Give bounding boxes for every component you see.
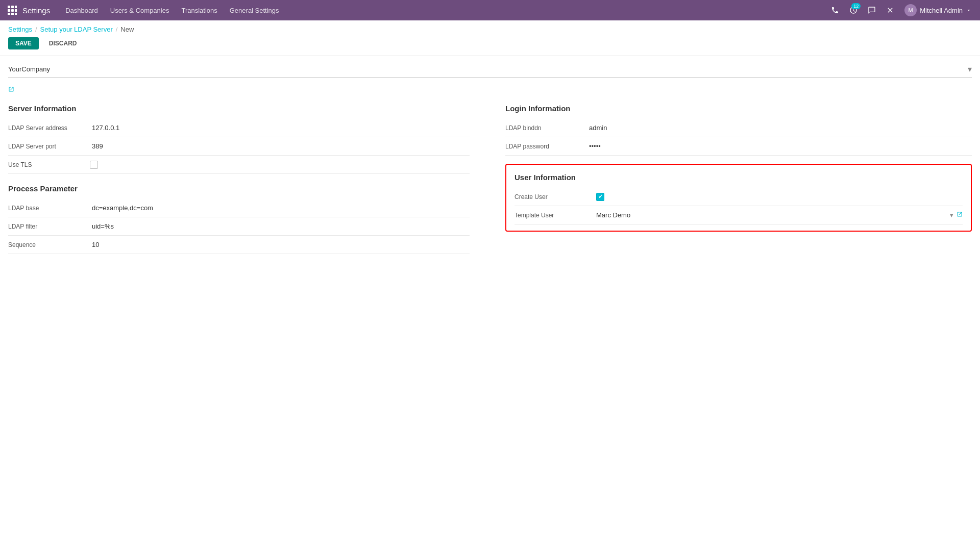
sequence-row: Sequence [8, 236, 470, 254]
breadcrumb-bar: Settings / Setup your LDAP Server / New … [0, 20, 980, 56]
sequence-input[interactable] [90, 240, 470, 249]
ldap-binddn-label: LDAP binddn [505, 124, 587, 132]
user-name: Mitchell Admin [920, 7, 963, 14]
template-user-row: Template User Marc Demo ▾ [514, 206, 963, 224]
ldap-server-port-label: LDAP Server port [8, 143, 90, 150]
ldap-base-input[interactable] [90, 203, 470, 213]
process-param-section: Process Parameter LDAP base LDAP filter … [8, 184, 470, 254]
user-info-title: User Information [514, 173, 963, 182]
breadcrumb-new: New [120, 26, 134, 33]
company-name: YourCompany [8, 65, 50, 73]
ldap-base-row: LDAP base [8, 199, 470, 217]
ldap-server-port-input[interactable] [90, 141, 470, 151]
template-user-arrow: ▾ [950, 211, 953, 219]
ldap-server-port-row: LDAP Server port [8, 137, 470, 156]
ldap-base-label: LDAP base [8, 205, 90, 212]
server-info-title: Server Information [8, 104, 470, 113]
svg-rect-1 [11, 6, 14, 8]
svg-rect-3 [8, 9, 10, 12]
template-user-external-link[interactable] [957, 211, 963, 219]
notification-badge: 12 [851, 3, 861, 9]
sequence-label: Sequence [8, 241, 90, 248]
template-user-value: Marc Demo [596, 211, 630, 219]
breadcrumb-settings[interactable]: Settings [8, 26, 32, 33]
svg-rect-2 [15, 6, 17, 8]
nav-general-settings[interactable]: General Settings [225, 4, 284, 17]
nav-translations[interactable]: Translations [176, 4, 222, 17]
ldap-password-input[interactable] [587, 141, 972, 151]
close-icon[interactable] [882, 2, 898, 18]
svg-rect-7 [11, 13, 14, 15]
nav-users-companies[interactable]: Users & Companies [105, 4, 175, 17]
use-tls-label: Use TLS [8, 161, 90, 168]
nav-menu: Dashboard Users & Companies Translations… [60, 4, 827, 17]
company-selector[interactable]: YourCompany ▾ [8, 64, 972, 78]
phone-icon[interactable] [827, 2, 843, 18]
use-tls-checkbox[interactable] [90, 161, 98, 169]
ldap-server-address-input[interactable] [90, 123, 470, 133]
main-content: YourCompany ▾ Server Information LDAP Se… [0, 56, 980, 551]
save-button[interactable]: SAVE [8, 37, 39, 49]
navbar: Settings Dashboard Users & Companies Tra… [0, 0, 980, 20]
ldap-server-address-row: LDAP Server address [8, 119, 470, 137]
ldap-password-label: LDAP password [505, 143, 587, 150]
ldap-binddn-row: LDAP binddn [505, 119, 972, 137]
chat-icon[interactable] [864, 2, 880, 18]
process-param-title: Process Parameter [8, 184, 470, 193]
action-buttons: SAVE DISCARD [8, 37, 972, 54]
svg-rect-5 [15, 9, 17, 12]
avatar: M [904, 4, 917, 16]
create-user-checkbox[interactable] [596, 193, 604, 201]
breadcrumb-sep-1: / [35, 26, 37, 33]
svg-rect-8 [15, 13, 17, 15]
app-title: Settings [22, 6, 50, 15]
svg-rect-0 [8, 6, 10, 8]
breadcrumb: Settings / Setup your LDAP Server / New [8, 26, 972, 33]
create-user-row: Create User [514, 188, 963, 206]
left-column: Server Information LDAP Server address L… [8, 102, 480, 254]
form-grid: Server Information LDAP Server address L… [8, 102, 972, 254]
company-external-link[interactable] [8, 87, 14, 94]
ldap-password-row: LDAP password [505, 137, 972, 156]
ldap-filter-row: LDAP filter [8, 217, 470, 236]
chevron-down-icon [966, 7, 972, 13]
use-tls-row: Use TLS [8, 156, 470, 174]
breadcrumb-sep-2: / [116, 26, 118, 33]
user-info-section: User Information Create User Template Us… [505, 164, 972, 232]
template-user-label: Template User [514, 212, 596, 219]
svg-rect-4 [11, 9, 14, 12]
create-user-label: Create User [514, 193, 596, 201]
discard-button[interactable]: DISCARD [42, 37, 84, 49]
breadcrumb-ldap[interactable]: Setup your LDAP Server [40, 26, 113, 33]
company-dropdown-arrow: ▾ [968, 64, 972, 74]
template-user-dropdown[interactable]: Marc Demo ▾ [596, 211, 963, 219]
ldap-server-address-label: LDAP Server address [8, 124, 90, 132]
navbar-right: 12 M Mitchell Admin [827, 2, 976, 18]
ldap-filter-input[interactable] [90, 221, 470, 231]
nav-dashboard[interactable]: Dashboard [60, 4, 103, 17]
template-user-actions: ▾ [950, 211, 963, 219]
apps-menu-icon[interactable] [4, 2, 20, 18]
login-info-title: Login Information [505, 104, 972, 113]
ldap-filter-label: LDAP filter [8, 223, 90, 230]
right-column: Login Information LDAP binddn LDAP passw… [500, 102, 972, 254]
ldap-binddn-input[interactable] [587, 123, 972, 133]
clock-icon[interactable]: 12 [845, 2, 862, 18]
svg-rect-6 [8, 13, 10, 15]
user-menu[interactable]: M Mitchell Admin [900, 2, 976, 18]
